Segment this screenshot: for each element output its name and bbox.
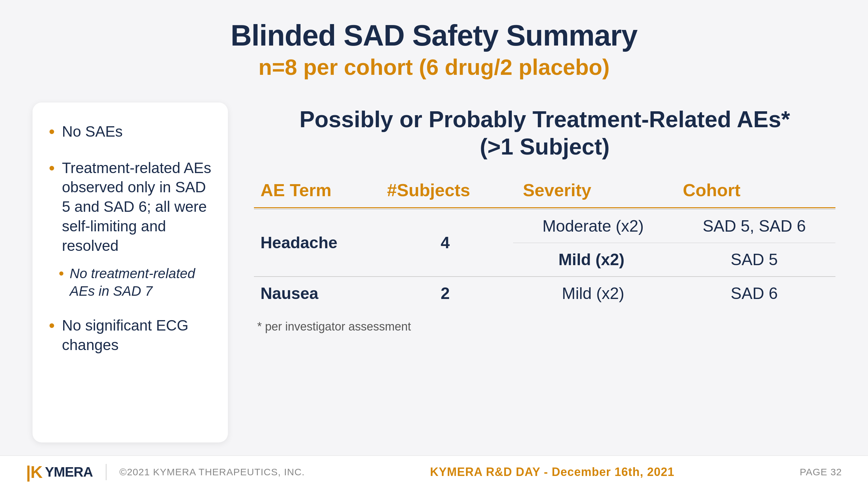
bullet-sub-1: • No treatment-related AEs in SAD 7 [59, 265, 212, 300]
left-panel: • No SAEs • Treatment-related AEs observ… [33, 102, 228, 443]
ae-table: AE Term #Subjects Severity Cohort Headac… [254, 173, 835, 310]
logo-text: YMERA [45, 464, 93, 480]
bullet-dot-3: • [49, 315, 55, 337]
col-cohort: Cohort [673, 173, 835, 208]
bullet-text-3: No significant ECG changes [62, 316, 212, 355]
slide-header: Blinded SAD Safety Summary n=8 per cohor… [0, 0, 868, 90]
table-row-headache: Headache 4 Moderate (x2) SAD 5, SAD 6 [254, 209, 835, 243]
table-title-line1: Possibly or Probably Treatment-Related A… [300, 107, 790, 132]
ae-term-nausea: Nausea [254, 276, 377, 310]
logo-k: |K [26, 462, 42, 482]
bullet-no-saes: • No SAEs [49, 122, 212, 143]
footer-divider [106, 464, 106, 480]
footer-page: PAGE 32 [800, 466, 842, 478]
severity-headache-1: Moderate (x2) [513, 209, 673, 243]
main-content: • No SAEs • Treatment-related AEs observ… [0, 90, 868, 455]
slide-title: Blinded SAD Safety Summary [26, 20, 842, 52]
footer-center-text: KYMERA R&D DAY - December 16th, 2021 [305, 465, 800, 479]
bullet-dot-sub: • [59, 264, 64, 283]
slide: Blinded SAD Safety Summary n=8 per cohor… [0, 0, 868, 488]
bullet-text-1: No SAEs [62, 122, 123, 141]
bullet-dot-1: • [49, 121, 55, 143]
cohort-headache-1: SAD 5, SAD 6 [673, 209, 835, 243]
bullet-treatment-aes: • Treatment-related AEs observed only in… [49, 158, 212, 300]
severity-headache-2: Mild (x2) [513, 243, 673, 276]
footer-copyright: ©2021 KYMERA THERAPEUTICS, INC. [120, 466, 305, 478]
ae-term-headache: Headache [254, 209, 377, 276]
right-panel: Possibly or Probably Treatment-Related A… [254, 102, 835, 443]
footer-logo: |KYMERA [26, 462, 93, 482]
bullet-text-2: Treatment-related AEs observed only in S… [62, 158, 212, 256]
subjects-headache: 4 [377, 209, 513, 276]
table-title-line2: (>1 Subject) [480, 134, 610, 159]
col-subjects: #Subjects [377, 173, 513, 208]
footer-event: KYMERA R&D DAY - December 16th, 2021 [430, 465, 675, 479]
bullet-sub-text: No treatment-related AEs in SAD 7 [70, 265, 212, 300]
col-severity: Severity [513, 173, 673, 208]
table-title: Possibly or Probably Treatment-Related A… [254, 106, 835, 160]
table-row-nausea: Nausea 2 Mild (x2) SAD 6 [254, 276, 835, 310]
cohort-headache-2: SAD 5 [673, 243, 835, 276]
col-ae-term: AE Term [254, 173, 377, 208]
table-footnote: * per investigator assessment [254, 320, 835, 333]
severity-nausea: Mild (x2) [513, 276, 673, 310]
subjects-nausea: 2 [377, 276, 513, 310]
footer: |KYMERA ©2021 KYMERA THERAPEUTICS, INC. … [0, 455, 868, 488]
bullet-no-ecg: • No significant ECG changes [49, 316, 212, 355]
bullet-dot-2: • [49, 157, 55, 179]
cohort-nausea: SAD 6 [673, 276, 835, 310]
slide-subtitle: n=8 per cohort (6 drug/2 placebo) [26, 54, 842, 80]
